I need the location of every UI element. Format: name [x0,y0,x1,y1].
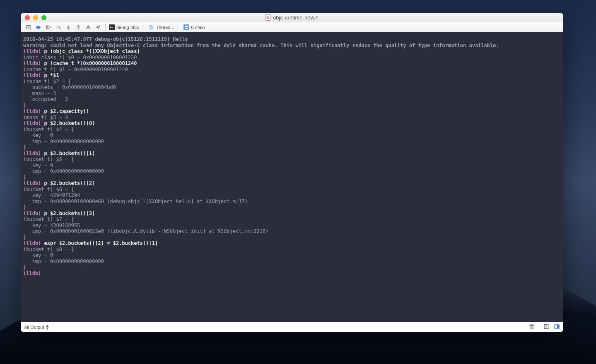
window-title: h objc-runtime-new.h [21,14,563,21]
terminal-icon [109,24,115,30]
toolbar-separator [105,24,106,31]
breadcrumb-process[interactable]: debug-objc [108,24,140,31]
hide-debug-area-button[interactable] [24,24,33,31]
console-line: (bucket_t) $6 = { [23,187,561,193]
lldb-command: p $2.buckets()[0] [44,120,95,126]
svg-rect-10 [109,24,115,30]
step-over-button[interactable] [54,24,63,31]
console-line: (cache_t *) $1 = 0x0000000100001240 [23,67,561,73]
show-variables-view-button[interactable] [543,323,550,330]
console-line: _imp = 0x0000000100000e60 (debug-objc`-[… [23,199,561,205]
close-button[interactable] [25,15,30,20]
console-line: (lldb) p $2.buckets()[3] [23,211,561,217]
console-line: _occupied = 2 [23,96,561,103]
lldb-prompt: (lldb) [23,271,44,276]
simulate-location-button[interactable] [94,24,103,31]
console-line: _mask = 3 [23,91,561,97]
lldb-prompt: (lldb) [23,180,44,186]
console-line: (lldb) expr $2.buckets()[2] = $2.buckets… [23,240,561,247]
console-line: (objc_class *) $0 = 0x0000000100001230 [23,55,561,61]
console-line: _key = 0 [23,132,561,139]
traffic-lights [21,15,46,20]
lldb-prompt: (lldb) [23,211,44,216]
console-line: (bucket_t) $4 = { [23,127,561,133]
breadcrumb-process-label: debug-objc [116,25,139,30]
lldb-prompt: (lldb) [23,72,44,78]
svg-marker-9 [97,25,100,29]
console-line: (lldb) p $2.buckets()[2] [23,180,561,187]
console-line: } [23,264,561,271]
step-into-button[interactable] [64,24,73,31]
console-line: _key = 4300169955 [23,223,561,229]
debug-view-hierarchy-button[interactable] [84,24,93,31]
console-line: _buckets = 0x0000000100604bd0 [23,84,561,91]
svg-rect-26 [544,325,546,328]
console-line: } [23,103,561,109]
lldb-command: p (objc_class *)[XXObject class] [44,48,140,54]
zoom-button[interactable] [41,15,46,20]
breakpoints-button[interactable] [34,24,43,31]
console-line: _key = 0 [23,252,561,259]
svg-rect-29 [557,325,559,328]
console-line: (mask_t) $3 = 4 [23,115,561,121]
stackframe-icon [183,24,189,30]
lldb-command: p $2.buckets()[3] [44,211,95,216]
console-line: (bucket_t) $8 = { [23,247,561,253]
breadcrumb-thread-label: Thread 1 [156,25,174,30]
console-line: (lldb) p (objc_class *)[XXObject class] [23,48,561,55]
console-line: (cache_t) $2 = { [23,79,561,85]
updown-icon: ▲▼ [46,324,49,330]
footer-separator [539,324,539,330]
thread-icon [148,24,154,30]
console-line: (lldb) p $2.buckets()[0] [23,120,561,127]
console-line: (lldb) p (cache_t *)0x0000000100001240 [23,60,561,67]
lldb-prompt: (lldb) [23,60,44,66]
svg-rect-19 [530,326,533,329]
lldb-console[interactable]: 2016-04-25 16:45:47.977 debug-objc[15128… [21,32,563,322]
lldb-prompt: (lldb) [23,48,44,54]
window-title-text: objc-runtime-new.h [273,14,319,21]
svg-rect-17 [185,26,188,27]
console-line: } [23,144,561,151]
console-line: } [23,204,561,211]
console-line: _imp = 0x0000000000000000 [23,139,561,145]
output-filter-menu[interactable]: All Output ▲▼ [24,324,49,330]
console-line: (bucket_t) $5 = { [23,156,561,163]
console-footer: All Output ▲▼ [21,322,563,332]
lldb-prompt: (lldb) [23,151,44,156]
console-line: 2016-04-25 16:45:47.977 debug-objc[15128… [23,36,561,43]
lldb-prompt: (lldb) [23,240,44,246]
console-line: _imp = 0x0000000000000000 [23,259,561,265]
console-line: _key = 4294971294 [23,192,561,199]
console-line: (lldb) [23,271,561,277]
lldb-command: p $2.buckets()[1] [44,151,95,156]
minimize-button[interactable] [33,15,38,20]
lldb-command: p $2.buckets()[2] [44,180,95,186]
titlebar[interactable]: h objc-runtime-new.h [21,13,563,22]
xcode-window: h objc-runtime-new.h [21,13,563,332]
console-line: _key = 0 [23,163,561,169]
svg-rect-0 [27,25,31,29]
svg-rect-16 [183,24,189,30]
console-line: (lldb) p $2.buckets()[1] [23,151,561,157]
continue-button[interactable] [44,24,53,31]
console-line: (lldb) p *$1 [23,72,561,79]
chevron-right-icon: 〉 [176,24,182,30]
console-line: warning: could not load any Objective-C … [23,43,561,49]
console-line: _imp = 0x00000001000622e0 (libobjc.A.dyl… [23,228,561,235]
svg-marker-3 [48,25,51,29]
clear-console-button[interactable] [528,323,535,330]
console-line: (bucket_t) $7 = { [23,216,561,223]
console-line: } [23,235,561,241]
lldb-command: p (cache_t *)0x0000000100001240 [44,60,137,66]
header-file-icon: h [265,14,271,21]
console-line: (lldb) p $2.capacity() [23,108,561,115]
breadcrumb-frame[interactable]: 0 main [183,24,205,31]
lldb-prompt: (lldb) [23,120,44,126]
show-console-view-button[interactable] [554,323,560,330]
breadcrumb-thread[interactable]: Thread 1 [147,24,175,31]
lldb-command: p *$1 [44,72,59,78]
lldb-command: expr $2.buckets()[2] = $2.buckets()[1] [44,240,158,246]
step-out-button[interactable] [74,24,83,31]
chevron-right-icon: 〉 [140,24,147,30]
